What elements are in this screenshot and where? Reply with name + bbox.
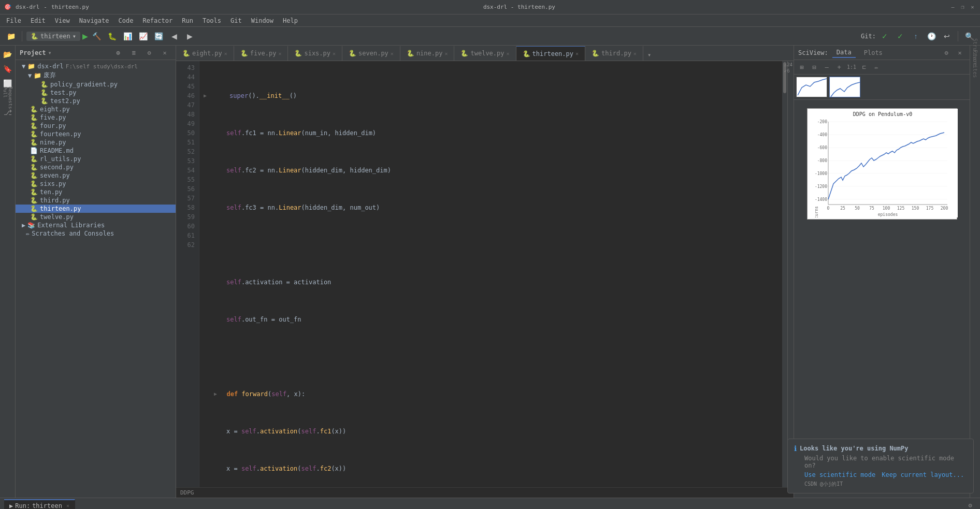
menu-refactor[interactable]: Refactor bbox=[138, 16, 177, 25]
code-editor[interactable]: 43 44 45 46 47 48 49 50 51 52 53 54 55 5… bbox=[176, 61, 787, 487]
tab-close[interactable]: ✕ bbox=[333, 51, 336, 56]
forward-button[interactable]: ▶ bbox=[183, 30, 197, 43]
tree-file-thirteen[interactable]: 🐍 thirteen.py bbox=[16, 205, 176, 213]
run-button[interactable]: ▶ bbox=[82, 31, 88, 41]
tree-folder-waste[interactable]: ▼ 📁 废弃 bbox=[16, 70, 176, 80]
debug-button[interactable]: 🐛 bbox=[106, 30, 119, 43]
maximize-button[interactable]: ❐ bbox=[959, 4, 966, 10]
close-button[interactable]: ✕ bbox=[969, 4, 976, 10]
menu-git[interactable]: Git bbox=[226, 16, 246, 25]
plot-thumb-2[interactable] bbox=[829, 77, 860, 97]
tree-file-fourteen[interactable]: 🐍 fourteen.py bbox=[16, 130, 176, 138]
tree-file-policy[interactable]: 🐍 policy_gradient.py bbox=[16, 80, 176, 89]
minimize-button[interactable]: — bbox=[949, 4, 956, 10]
sciview-zoom-in-btn[interactable]: + bbox=[833, 62, 845, 73]
run-settings-btn[interactable]: ⚙ bbox=[964, 500, 976, 510]
tree-external-libs[interactable]: ▶ 📚 External Libraries bbox=[16, 221, 176, 229]
notif-link-scientific[interactable]: Use scientific mode bbox=[804, 471, 875, 478]
build-button[interactable]: 🔨 bbox=[90, 30, 104, 43]
menu-navigate[interactable]: Navigate bbox=[75, 16, 113, 25]
project-scope-icon[interactable]: ⊕ bbox=[111, 46, 125, 60]
menu-edit[interactable]: Edit bbox=[26, 16, 50, 25]
tab-nine[interactable]: 🐍 nine.py ✕ bbox=[400, 46, 455, 61]
tab-label: thirteen.py bbox=[532, 50, 573, 57]
tab-close[interactable]: ✕ bbox=[391, 51, 394, 56]
tree-file-eight[interactable]: 🐍 eight.py bbox=[16, 105, 176, 113]
plot-thumb-1[interactable] bbox=[796, 77, 827, 97]
tree-root[interactable]: ▼ 📁 dsx-drl F:\self study\dsx-drl bbox=[16, 62, 176, 70]
project-collapse-icon[interactable]: ≡ bbox=[127, 46, 140, 60]
tab-five[interactable]: 🐍 five.py ✕ bbox=[234, 46, 289, 61]
menu-code[interactable]: Code bbox=[114, 16, 138, 25]
sciview-data-tab[interactable]: Data bbox=[832, 48, 856, 58]
tree-scratches[interactable]: ✏ Scratches and Consoles bbox=[16, 229, 176, 238]
tree-file-test[interactable]: 🐍 test.py bbox=[16, 89, 176, 97]
profile-button[interactable]: 📈 bbox=[137, 30, 150, 43]
project-dropdown[interactable]: ▾ bbox=[48, 49, 52, 56]
git-push-btn[interactable]: ✓ bbox=[893, 30, 907, 43]
tab-close[interactable]: ✕ bbox=[633, 51, 637, 56]
git-commit-btn[interactable]: ✓ bbox=[878, 30, 891, 43]
tree-file-nine[interactable]: 🐍 nine.py bbox=[16, 138, 176, 147]
tree-file-twelve[interactable]: 🐍 twelve.py bbox=[16, 213, 176, 221]
tree-file-ten[interactable]: 🐍 ten.py bbox=[16, 188, 176, 196]
editor-scrollbar[interactable] bbox=[782, 61, 787, 487]
tree-file-readme[interactable]: 📄 README.md bbox=[16, 147, 176, 155]
git-update-btn[interactable]: ↑ bbox=[909, 30, 923, 43]
back-button[interactable]: ◀ bbox=[168, 30, 181, 43]
sciview-settings-btn[interactable]: ⚙ bbox=[941, 47, 952, 59]
tab-thirteen[interactable]: 🐍 thirteen.py ✕ bbox=[516, 46, 586, 61]
tab-close[interactable]: ✕ bbox=[444, 51, 448, 56]
git-history-btn[interactable]: 🕐 bbox=[925, 30, 938, 43]
tree-file-sixs[interactable]: 🐍 sixs.py bbox=[16, 180, 176, 188]
project-settings-icon[interactable]: ⚙ bbox=[142, 46, 156, 60]
project-hide-icon[interactable]: ✕ bbox=[158, 46, 171, 60]
pull-requests-icon[interactable]: Pull Requests bbox=[1, 91, 15, 105]
run-tab[interactable]: ▶ Run: thirteen ✕ bbox=[4, 499, 75, 510]
tree-file-third[interactable]: 🐍 third.py bbox=[16, 196, 176, 205]
menu-tools[interactable]: Tools bbox=[198, 16, 225, 25]
tree-file-five[interactable]: 🐍 five.py bbox=[16, 113, 176, 122]
sciview-pen-btn[interactable]: ✏ bbox=[871, 62, 882, 73]
project-structure-btn[interactable]: 📁 bbox=[4, 30, 18, 43]
menu-file[interactable]: File bbox=[2, 16, 25, 25]
run-config[interactable]: 🐍 thirteen ▾ bbox=[26, 32, 80, 41]
tree-file-test2[interactable]: 🐍 test2.py bbox=[16, 97, 176, 105]
coverage-button[interactable]: 📊 bbox=[121, 30, 135, 43]
git-undo-btn[interactable]: ↩ bbox=[940, 30, 954, 43]
sciview-zoom-out-btn[interactable]: — bbox=[821, 62, 832, 73]
run-tab-close[interactable]: ✕ bbox=[66, 503, 69, 508]
sciview-grid-btn[interactable]: ⊟ bbox=[809, 62, 820, 73]
notif-link-keep[interactable]: Keep current layout... bbox=[882, 471, 964, 478]
tab-twelve[interactable]: 🐍 twelve.py ✕ bbox=[454, 46, 516, 61]
tree-file-second[interactable]: 🐍 second.py bbox=[16, 163, 176, 171]
tree-file-seven[interactable]: 🐍 seven.py bbox=[16, 171, 176, 180]
sciview-fit-width-btn[interactable]: ⊏ bbox=[858, 62, 870, 73]
tab-close[interactable]: ✕ bbox=[507, 51, 510, 56]
tab-close[interactable]: ✕ bbox=[575, 51, 579, 56]
tab-close[interactable]: ✕ bbox=[224, 51, 227, 56]
bookmarks-icon[interactable]: 🔖 bbox=[1, 62, 15, 76]
menu-help[interactable]: Help bbox=[279, 16, 302, 25]
sciview-close-btn[interactable]: ✕ bbox=[954, 47, 965, 59]
tree-file-four[interactable]: 🐍 four.py bbox=[16, 122, 176, 130]
sciview-1to1-btn[interactable]: 1:1 bbox=[846, 62, 857, 73]
sciview-zoom-fit-btn[interactable]: ⊞ bbox=[796, 62, 808, 73]
code-content[interactable]: ▶ super().__init__() self.fc1 = nn.Linea… bbox=[199, 61, 782, 487]
tree-file-rl[interactable]: 🐍 rl_utils.py bbox=[16, 155, 176, 163]
sciview-plots-tab[interactable]: Plots bbox=[860, 48, 887, 57]
tab-seven[interactable]: 🐍 seven.py ✕ bbox=[342, 46, 400, 61]
favorites-label[interactable]: Favorites bbox=[971, 59, 980, 68]
menu-view[interactable]: View bbox=[51, 16, 74, 25]
tab-third[interactable]: 🐍 third.py ✕ bbox=[585, 46, 643, 61]
tab-close[interactable]: ✕ bbox=[278, 51, 281, 56]
git-icon[interactable]: ⎇ bbox=[1, 106, 15, 119]
reload-button[interactable]: 🔄 bbox=[152, 30, 166, 43]
tab-overflow-btn[interactable]: ▾ bbox=[643, 49, 655, 61]
menu-run[interactable]: Run bbox=[178, 16, 197, 25]
project-view-icon[interactable]: 📂 bbox=[1, 48, 15, 61]
tab-eight[interactable]: 🐍 eight.py ✕ bbox=[176, 46, 234, 61]
code-line-45: self.fc2 = nn.Linear(hidden_dim, hidden_… bbox=[204, 166, 782, 175]
menu-window[interactable]: Window bbox=[247, 16, 278, 25]
tab-sixs[interactable]: 🐍 sixs.py ✕ bbox=[288, 46, 342, 61]
